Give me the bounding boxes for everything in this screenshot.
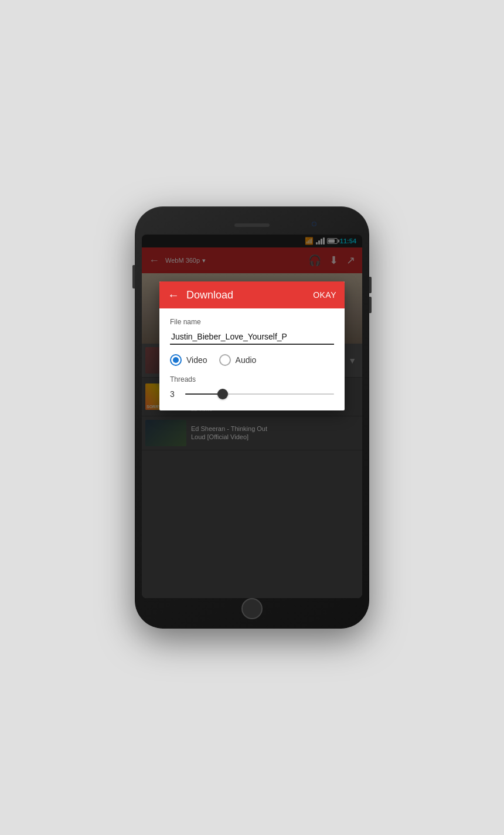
phone-screen: 📶 11:54 ← WebM 360p ▾ <box>142 235 362 598</box>
threads-row: 3 <box>170 389 334 399</box>
threads-value: 3 <box>170 389 178 399</box>
download-dialog: ← Download OKAY File name Video <box>159 281 345 410</box>
power-buttons <box>132 265 135 288</box>
video-radio-circle[interactable] <box>170 354 182 366</box>
dialog-header: ← Download OKAY <box>159 281 345 308</box>
dialog-back-button[interactable]: ← <box>168 288 179 302</box>
video-radio-option[interactable]: Video <box>170 354 207 366</box>
dialog-title: Download <box>186 289 313 301</box>
front-camera <box>312 222 316 226</box>
audio-radio-circle[interactable] <box>219 354 231 366</box>
phone-bottom <box>142 600 362 617</box>
phone-device: 📶 11:54 ← WebM 360p ▾ <box>135 206 369 629</box>
media-type-group: Video Audio <box>170 354 334 366</box>
threads-label: Threads <box>170 375 334 383</box>
slider-thumb[interactable] <box>217 389 228 399</box>
threads-slider[interactable] <box>185 393 334 395</box>
file-name-input[interactable] <box>170 330 334 345</box>
dialog-okay-button[interactable]: OKAY <box>313 290 336 300</box>
audio-radio-label: Audio <box>236 355 257 365</box>
volume-buttons <box>369 277 372 313</box>
phone-top <box>142 218 362 232</box>
file-name-label: File name <box>170 318 334 326</box>
dialog-body: File name Video Audio T <box>159 308 345 410</box>
video-radio-label: Video <box>186 355 207 365</box>
speaker-grille <box>234 223 270 227</box>
video-radio-fill <box>173 357 179 363</box>
home-button[interactable] <box>241 598 263 619</box>
audio-radio-option[interactable]: Audio <box>219 354 257 366</box>
